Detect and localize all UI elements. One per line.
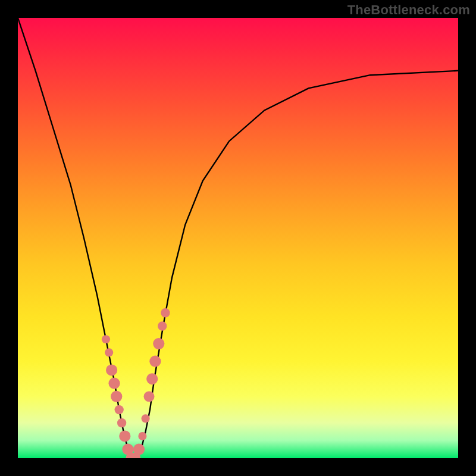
data-marker (142, 414, 150, 422)
data-marker (158, 321, 167, 330)
data-marker (102, 335, 110, 343)
data-marker (115, 405, 124, 414)
data-marker (108, 378, 120, 389)
bottleneck-curve (18, 18, 458, 458)
data-marker (149, 356, 161, 367)
data-marker (144, 391, 155, 402)
data-marker (119, 430, 130, 441)
data-marker (105, 348, 113, 356)
data-marker (106, 364, 117, 375)
data-marker (138, 432, 146, 440)
chart-frame: TheBottleneck.com (0, 0, 476, 476)
watermark-text: TheBottleneck.com (347, 2, 470, 18)
data-marker (153, 338, 164, 349)
data-marker (161, 308, 170, 317)
marker-group (102, 308, 170, 458)
data-marker (146, 373, 158, 384)
data-marker (117, 418, 126, 427)
data-marker (111, 391, 122, 402)
data-marker (133, 444, 145, 455)
curve-layer (18, 18, 458, 458)
plot-area (18, 18, 458, 458)
